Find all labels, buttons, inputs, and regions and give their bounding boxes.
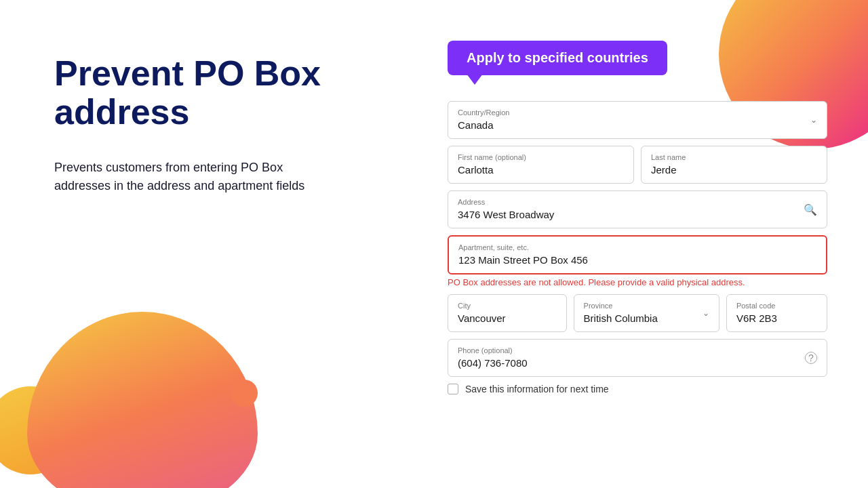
address-label: Address bbox=[458, 198, 817, 206]
postal-field[interactable]: Postal code V6R 2B3 bbox=[726, 294, 827, 332]
first-name-field[interactable]: First name (optional) Carlotta bbox=[448, 146, 634, 184]
left-panel: Prevent PO Box address Prevents customer… bbox=[54, 41, 420, 195]
phone-field[interactable]: Phone (optional) (604) 736-7080 ? bbox=[448, 339, 827, 377]
help-icon[interactable]: ? bbox=[805, 352, 817, 364]
city-value: Vancouver bbox=[458, 312, 506, 324]
apartment-label: Apartment, suite, etc. bbox=[458, 243, 816, 251]
right-panel: Apply to specified countries Country/Reg… bbox=[420, 41, 827, 394]
city-label: City bbox=[458, 302, 557, 310]
province-value: British Columbia bbox=[584, 312, 658, 324]
province-label: Province bbox=[584, 302, 709, 310]
country-chevron-icon: ⌄ bbox=[810, 115, 817, 125]
location-row: City Vancouver Province British Columbia… bbox=[448, 294, 827, 332]
country-label: Country/Region bbox=[458, 108, 817, 117]
tooltip-badge: Apply to specified countries bbox=[448, 41, 667, 75]
apartment-field[interactable]: Apartment, suite, etc. 123 Main Street P… bbox=[448, 235, 827, 274]
address-field[interactable]: Address 3476 West Broadway 🔍 bbox=[448, 190, 827, 228]
address-form: Country/Region Canada ⌄ First name (opti… bbox=[448, 101, 827, 394]
last-name-label: Last name bbox=[651, 153, 817, 161]
page-subtitle: Prevents customers from entering PO Box … bbox=[54, 159, 339, 195]
save-checkbox-row[interactable]: Save this information for next time bbox=[448, 384, 827, 394]
save-checkbox[interactable] bbox=[448, 384, 458, 394]
country-value: Canada bbox=[458, 119, 494, 131]
postal-value: V6R 2B3 bbox=[736, 312, 777, 324]
first-name-value: Carlotta bbox=[458, 164, 494, 176]
name-row: First name (optional) Carlotta Last name… bbox=[448, 146, 827, 184]
city-field[interactable]: City Vancouver bbox=[448, 294, 567, 332]
apartment-value: 123 Main Street PO Box 456 bbox=[458, 254, 588, 266]
country-field[interactable]: Country/Region Canada ⌄ bbox=[448, 101, 827, 139]
postal-label: Postal code bbox=[736, 302, 817, 310]
first-name-label: First name (optional) bbox=[458, 153, 624, 161]
tooltip-label: Apply to specified countries bbox=[467, 50, 648, 65]
page-title: Prevent PO Box address bbox=[54, 54, 420, 131]
search-icon: 🔍 bbox=[804, 203, 817, 216]
address-value: 3476 West Broadway bbox=[458, 209, 554, 220]
last-name-value: Jerde bbox=[651, 164, 677, 176]
phone-label: Phone (optional) bbox=[458, 346, 817, 354]
province-chevron-icon: ⌄ bbox=[703, 308, 709, 318]
save-label: Save this information for next time bbox=[465, 384, 609, 394]
error-message: PO Box addresses are not allowed. Please… bbox=[448, 277, 827, 287]
last-name-field[interactable]: Last name Jerde bbox=[641, 146, 827, 184]
province-field[interactable]: Province British Columbia ⌄ bbox=[574, 294, 719, 332]
phone-value: (604) 736-7080 bbox=[458, 357, 528, 369]
